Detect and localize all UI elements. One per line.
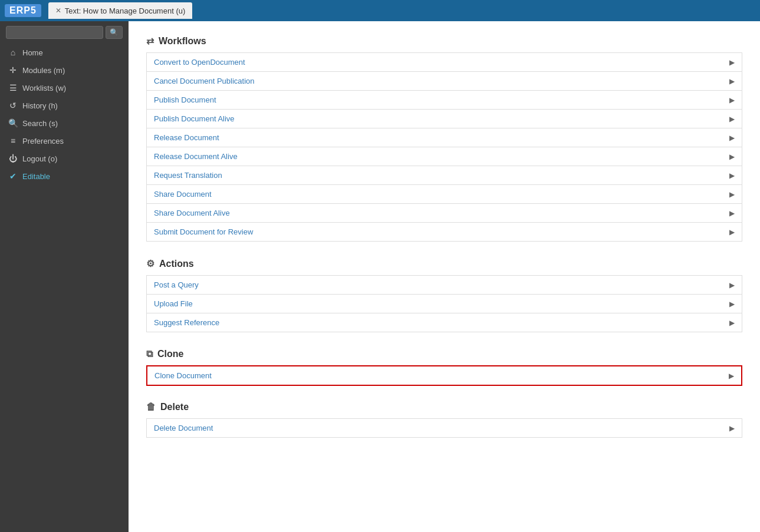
clone-list: Clone Document ▶ bbox=[146, 365, 742, 386]
erp5-logo[interactable]: ERP5 bbox=[5, 4, 41, 17]
actions-title: ⚙ Actions bbox=[146, 258, 742, 269]
history-icon: ↺ bbox=[8, 101, 18, 110]
sidebar-item-history-label: History (h) bbox=[22, 101, 58, 110]
sidebar-item-preferences[interactable]: ≡ Preferences bbox=[0, 132, 129, 150]
list-item[interactable]: Share Document ▶ bbox=[146, 184, 742, 203]
actions-icon: ⚙ bbox=[146, 258, 154, 269]
sidebar-item-logout-label: Logout (o) bbox=[22, 154, 57, 163]
list-item[interactable]: Publish Document Alive ▶ bbox=[146, 109, 742, 128]
item-label: Publish Document Alive bbox=[154, 114, 235, 123]
item-label: Upload File bbox=[154, 299, 193, 308]
sidebar-item-history[interactable]: ↺ History (h) bbox=[0, 97, 129, 114]
arrow-icon: ▶ bbox=[729, 372, 734, 380]
arrow-icon: ▶ bbox=[729, 281, 735, 289]
arrow-icon: ▶ bbox=[729, 228, 735, 236]
search-nav-icon: 🔍 bbox=[8, 118, 18, 128]
list-item[interactable]: Post a Query ▶ bbox=[146, 275, 742, 294]
tab-close-icon[interactable]: ✕ bbox=[55, 6, 61, 15]
preferences-icon: ≡ bbox=[8, 136, 18, 146]
tab-title: Text: How to Manage Document (u) bbox=[65, 6, 185, 15]
item-label: Publish Document bbox=[154, 95, 216, 104]
delete-section: 🗑 Delete Delete Document ▶ bbox=[146, 402, 742, 438]
workflows-section: ⇄ Workflows Convert to OpenDocument ▶ Ca… bbox=[146, 35, 742, 242]
list-item[interactable]: Publish Document ▶ bbox=[146, 90, 742, 109]
arrow-icon: ▶ bbox=[729, 300, 735, 308]
item-label: Convert to OpenDocument bbox=[154, 58, 245, 67]
item-label: Clone Document bbox=[154, 371, 212, 380]
item-label: Submit Document for Review bbox=[154, 227, 253, 236]
list-item[interactable]: Suggest Reference ▶ bbox=[146, 313, 742, 332]
arrow-icon: ▶ bbox=[729, 96, 735, 104]
main-layout: 🔍 ⌂ Home ✛ Modules (m) ☰ Worklists (w) ↺… bbox=[0, 21, 760, 532]
item-label: Release Document bbox=[154, 133, 219, 142]
list-item[interactable]: Submit Document for Review ▶ bbox=[146, 222, 742, 242]
arrow-icon: ▶ bbox=[729, 319, 735, 327]
main-content: ⇄ Workflows Convert to OpenDocument ▶ Ca… bbox=[129, 21, 760, 532]
workflows-icon: ⇄ bbox=[146, 35, 154, 47]
workflows-title: ⇄ Workflows bbox=[146, 35, 742, 47]
list-item[interactable]: Share Document Alive ▶ bbox=[146, 203, 742, 222]
sidebar-item-search-label: Search (s) bbox=[22, 119, 58, 128]
sidebar-item-home-label: Home bbox=[22, 48, 43, 57]
workflows-list: Convert to OpenDocument ▶ Cancel Documen… bbox=[146, 52, 742, 242]
item-label: Suggest Reference bbox=[154, 318, 219, 327]
sidebar-item-worklists[interactable]: ☰ Worklists (w) bbox=[0, 79, 129, 97]
worklists-icon: ☰ bbox=[8, 83, 18, 92]
clone-title: ⧉ Clone bbox=[146, 349, 742, 359]
sidebar-item-search[interactable]: 🔍 Search (s) bbox=[0, 114, 129, 132]
arrow-icon: ▶ bbox=[729, 190, 735, 199]
topbar: ERP5 ✕ Text: How to Manage Document (u) bbox=[0, 0, 760, 21]
clone-section: ⧉ Clone Clone Document ▶ bbox=[146, 349, 742, 386]
arrow-icon: ▶ bbox=[729, 171, 735, 180]
actions-section: ⚙ Actions Post a Query ▶ Upload File ▶ S… bbox=[146, 258, 742, 332]
arrow-icon: ▶ bbox=[729, 77, 735, 85]
logout-icon: ⏻ bbox=[8, 154, 18, 163]
sidebar-item-modules[interactable]: ✛ Modules (m) bbox=[0, 61, 129, 79]
sidebar-item-editable[interactable]: ✔ Editable bbox=[0, 167, 129, 185]
item-label: Request Translation bbox=[154, 171, 222, 180]
sidebar-item-worklists-label: Worklists (w) bbox=[22, 84, 66, 92]
list-item[interactable]: Release Document ▶ bbox=[146, 128, 742, 147]
search-button[interactable]: 🔍 bbox=[106, 26, 123, 39]
list-item[interactable]: Request Translation ▶ bbox=[146, 166, 742, 184]
item-label: Share Document bbox=[154, 190, 212, 199]
list-item[interactable]: Release Document Alive ▶ bbox=[146, 147, 742, 166]
delete-document-item[interactable]: Delete Document ▶ bbox=[146, 418, 742, 438]
actions-title-text: Actions bbox=[159, 259, 194, 269]
arrow-icon: ▶ bbox=[729, 134, 735, 142]
clone-icon: ⧉ bbox=[146, 349, 153, 359]
search-input[interactable] bbox=[6, 26, 103, 39]
modules-icon: ✛ bbox=[8, 65, 18, 75]
list-item[interactable]: Upload File ▶ bbox=[146, 294, 742, 313]
arrow-icon: ▶ bbox=[729, 115, 735, 123]
workflows-title-text: Workflows bbox=[159, 36, 206, 47]
item-label: Delete Document bbox=[154, 424, 213, 432]
arrow-icon: ▶ bbox=[729, 209, 735, 217]
item-label: Share Document Alive bbox=[154, 209, 230, 217]
item-label: Release Document Alive bbox=[154, 152, 238, 161]
sidebar-item-logout[interactable]: ⏻ Logout (o) bbox=[0, 150, 129, 167]
sidebar-item-modules-label: Modules (m) bbox=[22, 66, 65, 75]
editable-icon: ✔ bbox=[8, 171, 18, 181]
sidebar-item-home[interactable]: ⌂ Home bbox=[0, 44, 129, 61]
delete-icon: 🗑 bbox=[146, 402, 156, 412]
current-tab[interactable]: ✕ Text: How to Manage Document (u) bbox=[48, 2, 192, 19]
home-icon: ⌂ bbox=[8, 48, 18, 57]
item-label: Post a Query bbox=[154, 280, 199, 289]
delete-list: Delete Document ▶ bbox=[146, 418, 742, 438]
list-item[interactable]: Cancel Document Publication ▶ bbox=[146, 71, 742, 90]
clone-document-item[interactable]: Clone Document ▶ bbox=[146, 365, 742, 386]
sidebar-search-area: 🔍 bbox=[0, 21, 129, 44]
arrow-icon: ▶ bbox=[729, 424, 735, 432]
sidebar: 🔍 ⌂ Home ✛ Modules (m) ☰ Worklists (w) ↺… bbox=[0, 21, 129, 532]
delete-title-text: Delete bbox=[160, 402, 189, 412]
item-label: Cancel Document Publication bbox=[154, 77, 255, 85]
list-item[interactable]: Convert to OpenDocument ▶ bbox=[146, 52, 742, 71]
delete-title: 🗑 Delete bbox=[146, 402, 742, 412]
sidebar-item-editable-label: Editable bbox=[22, 172, 50, 181]
arrow-icon: ▶ bbox=[729, 58, 735, 67]
arrow-icon: ▶ bbox=[729, 153, 735, 161]
actions-list: Post a Query ▶ Upload File ▶ Suggest Ref… bbox=[146, 275, 742, 332]
clone-title-text: Clone bbox=[157, 349, 183, 359]
sidebar-item-preferences-label: Preferences bbox=[22, 137, 64, 146]
